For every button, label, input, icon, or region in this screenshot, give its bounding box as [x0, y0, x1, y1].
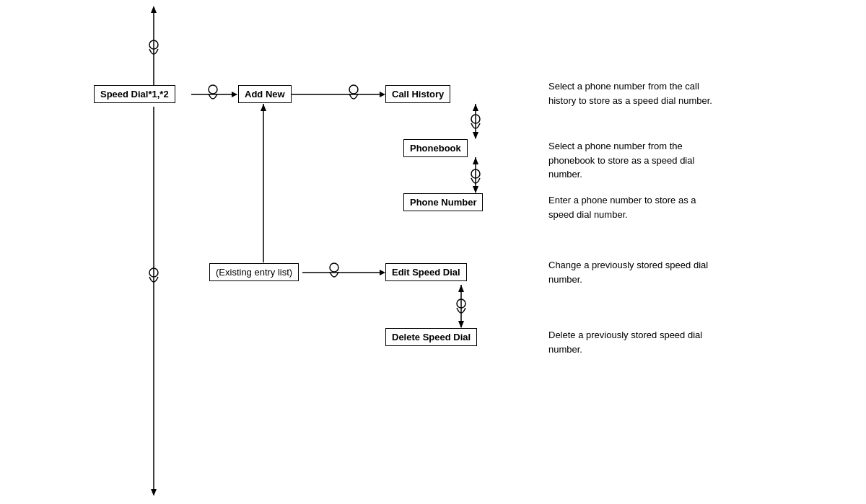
- svg-marker-3: [151, 489, 157, 496]
- svg-marker-33: [458, 321, 464, 328]
- desc-delete-speed-dial: Delete a previously stored speed dial nu…: [548, 328, 714, 356]
- call-history-box: Call History: [385, 85, 450, 103]
- diagram-container: Speed Dial*1,*2 Add New Call History Pho…: [0, 0, 866, 504]
- svg-point-27: [330, 263, 338, 272]
- svg-marker-16: [473, 132, 478, 139]
- phone-number-box: Phone Number: [403, 193, 483, 211]
- svg-marker-8: [232, 92, 237, 97]
- svg-marker-21: [473, 186, 478, 193]
- diagram-svg: [0, 0, 866, 504]
- svg-marker-12: [380, 92, 385, 97]
- svg-marker-31: [458, 285, 464, 292]
- edit-speed-dial-box: Edit Speed Dial: [385, 263, 467, 281]
- svg-point-10: [349, 85, 358, 94]
- svg-marker-14: [473, 104, 478, 111]
- svg-marker-19: [473, 157, 478, 164]
- svg-point-6: [209, 85, 217, 94]
- delete-speed-dial-box: Delete Speed Dial: [385, 328, 477, 346]
- svg-marker-1: [151, 6, 157, 13]
- desc-phonebook: Select a phone number from the phonebook…: [548, 139, 714, 182]
- existing-entry-box: (Existing entry list): [209, 263, 299, 281]
- svg-marker-29: [380, 270, 385, 275]
- desc-phone-number: Enter a phone number to store as a speed…: [548, 193, 714, 221]
- desc-call-history: Select a phone number from the call hist…: [548, 79, 714, 107]
- desc-edit-speed-dial: Change a previously stored speed dial nu…: [548, 258, 714, 286]
- add-new-box: Add New: [238, 85, 292, 103]
- phonebook-box: Phonebook: [403, 139, 468, 157]
- speed-dial-box: Speed Dial*1,*2: [94, 85, 175, 103]
- svg-marker-24: [261, 104, 266, 111]
